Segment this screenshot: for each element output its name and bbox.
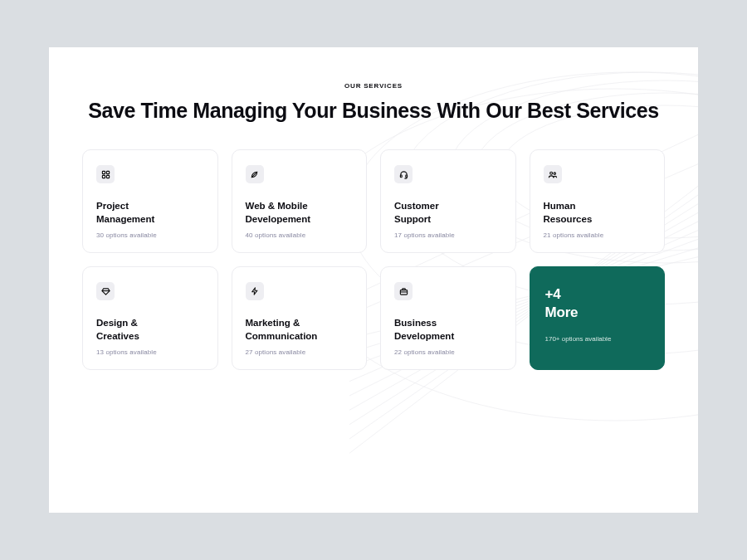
card-title: Design & Creatives bbox=[96, 317, 204, 343]
svg-point-13 bbox=[554, 172, 555, 173]
service-card-web-mobile[interactable]: Web & Mobile Developement 40 options ava… bbox=[232, 149, 368, 253]
more-title: +4 More bbox=[545, 285, 650, 322]
card-subtitle: 17 options available bbox=[394, 231, 502, 239]
service-card-design-creatives[interactable]: Design & Creatives 13 options available bbox=[82, 266, 218, 370]
card-title: Marketing & Communication bbox=[246, 317, 354, 343]
users-icon bbox=[544, 165, 562, 183]
card-subtitle: 21 options available bbox=[544, 231, 652, 239]
card-subtitle: 30 options available bbox=[96, 231, 204, 239]
svg-rect-8 bbox=[102, 175, 105, 178]
service-card-customer-support[interactable]: Customer Support 17 options available bbox=[380, 149, 516, 253]
service-card-marketing-communication[interactable]: Marketing & Communication 27 options ava… bbox=[232, 266, 368, 370]
grid-icon bbox=[96, 165, 115, 183]
svg-rect-6 bbox=[102, 171, 105, 173]
services-section: OUR SERVICES Save Time Managing Your Bus… bbox=[49, 47, 698, 513]
more-subtitle: 170+ options available bbox=[545, 335, 650, 343]
card-title: Human Resources bbox=[544, 200, 652, 226]
svg-rect-9 bbox=[106, 175, 109, 178]
svg-rect-10 bbox=[400, 174, 402, 177]
card-title: Project Management bbox=[96, 200, 204, 226]
svg-rect-11 bbox=[405, 174, 407, 177]
service-card-human-resources[interactable]: Human Resources 21 options available bbox=[530, 149, 666, 253]
services-grid: Project Management 30 options available … bbox=[82, 149, 665, 370]
section-eyebrow: OUR SERVICES bbox=[82, 82, 665, 90]
card-subtitle: 22 options available bbox=[394, 348, 502, 356]
card-title: Web & Mobile Developement bbox=[246, 200, 354, 226]
card-subtitle: 27 options available bbox=[246, 348, 354, 356]
card-subtitle: 13 options available bbox=[96, 348, 204, 356]
leaf-icon bbox=[246, 165, 264, 183]
card-subtitle: 40 options available bbox=[246, 231, 354, 239]
svg-point-12 bbox=[549, 172, 552, 174]
service-card-project-management[interactable]: Project Management 30 options available bbox=[82, 149, 218, 253]
headset-icon bbox=[394, 165, 413, 183]
section-headline: Save Time Managing Your Business With Ou… bbox=[82, 98, 665, 123]
service-card-business-development[interactable]: Business Development 22 options availabl… bbox=[380, 266, 516, 370]
bolt-icon bbox=[246, 282, 264, 300]
service-card-more[interactable]: +4 More 170+ options available bbox=[530, 266, 666, 370]
card-title: Business Development bbox=[394, 317, 502, 343]
briefcase-icon bbox=[394, 282, 413, 300]
diamond-icon bbox=[96, 282, 115, 300]
card-title: Customer Support bbox=[394, 200, 502, 226]
svg-rect-7 bbox=[106, 171, 109, 173]
